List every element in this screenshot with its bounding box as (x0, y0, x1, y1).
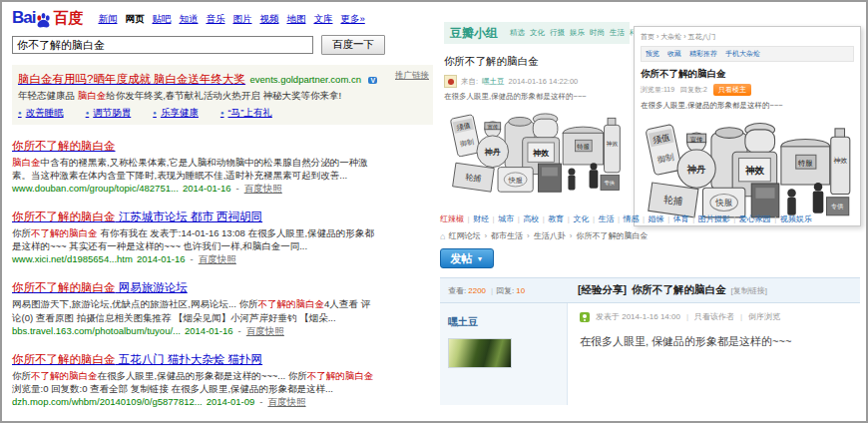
douban-group-panel: 豆瓣小组 精选 文化 行摄 娱乐 时尚 生活 科技 你所不了解的脑白金 来自: … (444, 22, 630, 194)
nav-more[interactable]: 更多» (340, 13, 364, 26)
breadcrumb-item[interactable]: 都市生活 (480, 230, 523, 241)
rednet-nav-item[interactable]: 文化 (564, 213, 589, 224)
promo-links-label[interactable]: 推广链接 (395, 70, 429, 82)
new-post-label: 发帖 (451, 251, 473, 266)
thread-tag[interactable]: [经验分享] (578, 283, 627, 297)
home-icon[interactable]: ⌂ (440, 231, 445, 241)
views-label: 查看: (448, 286, 466, 295)
douban-group-logo[interactable]: 豆瓣小组 (450, 25, 498, 42)
douban-nav-item[interactable]: 时尚 (590, 28, 605, 38)
nav-news[interactable]: 新闻 (98, 13, 117, 26)
reverse-order-link[interactable]: 倒序浏览 (748, 311, 780, 322)
baidu-header: Bai 百度 新闻 网页 贴吧 知道 音乐 图片 视频 地图 文库 更多» (12, 8, 433, 28)
result-title-link[interactable]: 你所不了解的脑白金 江苏城市论坛 都市 西祠胡同 (12, 211, 262, 222)
baidu-cache-link[interactable]: 百度快照 (246, 325, 284, 336)
result-url: dzh.mop.com/whbm/20140109/0/g5877812... (12, 396, 203, 407)
rednet-nav-item[interactable]: 婚缘 (640, 213, 664, 224)
ad-sitelink[interactable]: 乐享健康 (153, 107, 199, 120)
douban-nav-item[interactable]: 生活 (610, 28, 625, 38)
views-count: 2200 (468, 286, 486, 295)
search-result: 你所不了解的脑白金 脑白金中含有的褪黑素,又称松果体素,它是人脑和动物脑中的松果… (12, 136, 433, 196)
douban-nav-item[interactable]: 文化 (530, 28, 545, 38)
mop-post-text: 在很多人眼里,保健品的形象都是这样的~~~ (641, 101, 854, 111)
baidu-cache-link[interactable]: 百度快照 (244, 183, 282, 194)
rednet-nav-item[interactable]: 情感 (614, 213, 639, 224)
rednet-nav-item[interactable]: 体育 (664, 213, 689, 224)
baidu-logo[interactable]: Bai 百度 (12, 8, 83, 28)
rednet-nav-item[interactable]: 红辣椒 (440, 213, 464, 224)
baidu-cache-link[interactable]: 百度快照 (199, 253, 236, 264)
nav-video[interactable]: 视频 (259, 13, 278, 26)
breadcrumb-item: 你所不了解的脑白金 (566, 230, 649, 241)
douban-nav-item[interactable]: 精选 (510, 28, 525, 38)
nav-web[interactable]: 网页 (125, 13, 144, 26)
douban-nav: 精选 文化 行摄 娱乐 时尚 生活 科技 (505, 28, 645, 38)
poster-avatar[interactable] (448, 338, 512, 368)
only-op-button[interactable]: 只看楼主 (713, 84, 751, 96)
result-snippet: 你所不了解的脑白金 有你有我在 发表于:14-01-16 13:08 在很多人眼… (12, 226, 377, 252)
result-date: 2014-01-16 (183, 183, 231, 194)
breadcrumb-item[interactable]: 生活八卦 (523, 230, 566, 241)
mop-forum-panel: 首页 › 大杂烩 › 五花八门 预览 收藏 精彩推荐 手机大杂烩 你所不了解的脑… (634, 26, 861, 226)
thread-first-post: 嘿土豆 发表于 2014-1-16 14:00 | 只看该作者 | 倒序浏览 在… (440, 303, 860, 405)
result-date: 2014-01-09 (207, 396, 255, 407)
baidu-paw-icon (35, 12, 52, 29)
dash: - (238, 325, 241, 336)
nav-wenku[interactable]: 文库 (313, 13, 332, 26)
ad-sitelink[interactable]: “马”上有礼 (220, 107, 272, 120)
nav-tieba[interactable]: 贴吧 (152, 13, 171, 26)
result-title-link[interactable]: 你所不了解的脑白金 (12, 140, 116, 152)
rednet-nav-item[interactable]: 视频娱乐 (771, 213, 812, 224)
thread-title: 你所不了解的脑白金 (632, 283, 726, 297)
rednet-nav-item[interactable]: 生活 (589, 213, 614, 224)
ad-url[interactable]: events.goldpartner.com.cn (250, 74, 361, 85)
chevron-down-icon: ▼ (477, 255, 484, 262)
ad-sitelink[interactable]: 改善睡眠 (18, 107, 64, 120)
replies-count: 10 (516, 286, 525, 295)
baidu-serp: Bai 百度 新闻 网页 贴吧 知道 音乐 图片 视频 地图 文库 更多» 百度… (12, 8, 433, 423)
poster-panel: 嘿土豆 (440, 303, 568, 405)
poster-username-link[interactable]: 嘿土豆 (448, 316, 478, 327)
rednet-nav-item[interactable]: 城市 (489, 213, 514, 224)
ad-sitelink[interactable]: 调节肠胃 (86, 107, 132, 120)
dash: - (236, 183, 239, 194)
douban-avatar[interactable] (444, 75, 457, 88)
ad-title-link[interactable]: 脑白金有用吗?晒年度成就 脑白金送年终大奖 (18, 73, 245, 85)
mop-tab[interactable]: 预览 (646, 49, 659, 59)
rednet-nav-item[interactable]: 教育 (539, 213, 564, 224)
search-result: 你所不了解的脑白金 江苏城市论坛 都市 西祠胡同 你所不了解的脑白金 有你有我在… (12, 207, 433, 266)
rednet-breadcrumb: ⌂ 红网论坛 都市生活 生活八卦 你所不了解的脑白金 (440, 230, 860, 241)
result-snippet: 网易图游天下,旅游论坛,优缺点的旅游社区,网易论坛... 你所不了解的脑白金4人… (12, 297, 377, 323)
post-content-panel: 发表于 2014-1-16 14:00 | 只看该作者 | 倒序浏览 在很多人眼… (568, 303, 860, 405)
douban-nav-item[interactable]: 行摄 (550, 28, 565, 38)
mop-tab[interactable]: 精彩推荐 (689, 49, 717, 59)
baidu-nav: 新闻 网页 贴吧 知道 音乐 图片 视频 地图 文库 更多» (98, 13, 364, 28)
result-title-link[interactable]: 你所不了解的脑白金 网易旅游论坛 (12, 281, 188, 293)
only-author-link[interactable]: 只看该作者 (694, 311, 734, 322)
rednet-nav-item[interactable]: 财经 (464, 213, 489, 224)
rednet-nav-item[interactable]: 高校 (514, 213, 539, 224)
mop-tab[interactable]: 手机大杂烩 (725, 49, 760, 59)
breadcrumb-item[interactable]: 红网论坛 (448, 230, 480, 241)
nav-maps[interactable]: 地图 (286, 13, 305, 26)
online-status-icon (580, 312, 590, 322)
nav-zhidao[interactable]: 知道 (179, 13, 198, 26)
mop-tab[interactable]: 收藏 (667, 49, 681, 59)
search-button[interactable]: 百度一下 (321, 35, 385, 55)
result-snippet: 你所不了解的脑白金在很多人眼里,保健品的形象都是这样的~~~... 你所不了解的… (12, 369, 377, 395)
rednet-nav-item[interactable]: 图片摄影 (689, 213, 730, 224)
result-url: www.xici.net/d1985654...htm (12, 253, 133, 264)
thread-header-row: 查看:2200|回复:10 [经验分享] 你所不了解的脑白金 [复制链接] (440, 277, 860, 303)
new-post-button[interactable]: 发帖 ▼ (440, 248, 494, 268)
copy-link[interactable]: [复制链接] (731, 285, 767, 296)
baidu-cache-link[interactable]: 百度快照 (267, 396, 305, 407)
thread-title-line: [经验分享] 你所不了解的脑白金 [复制链接] (568, 283, 767, 297)
post-body-text: 在很多人眼里, 保健品的形象都是这样的~~~ (580, 334, 848, 349)
search-input[interactable] (12, 36, 313, 54)
douban-nav-item[interactable]: 娱乐 (570, 28, 585, 38)
nav-images[interactable]: 图片 (232, 13, 251, 26)
result-title-link[interactable]: 你所不了解的脑白金 五花八门 猫扑大杂烩 猫扑网 (12, 353, 262, 365)
rednet-nav-item[interactable]: 爱心家园 (730, 213, 771, 224)
douban-author-link[interactable]: 嘿土豆 (482, 77, 505, 87)
nav-music[interactable]: 音乐 (206, 13, 224, 26)
